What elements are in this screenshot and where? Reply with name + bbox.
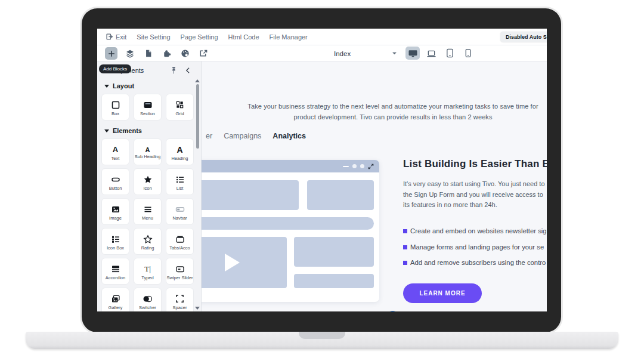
menu-page-setting[interactable]: Page Setting	[181, 33, 218, 41]
block-card-swiper-slider[interactable]: Swiper Slider	[166, 258, 194, 285]
caret-down-icon	[104, 85, 109, 88]
toolbar: Index	[97, 45, 547, 61]
tablet-preview-button[interactable]	[442, 47, 457, 60]
block-card-sub-heading[interactable]: A Sub Heading	[134, 138, 162, 165]
add-blocks-button[interactable]	[105, 47, 117, 60]
desktop-preview-button[interactable]	[405, 47, 420, 60]
theme-button[interactable]	[179, 47, 191, 60]
block-card-box[interactable]: Box	[101, 94, 129, 121]
menu-site-setting[interactable]: Site Setting	[137, 33, 170, 41]
tab-analytics[interactable]: Analytics	[273, 132, 306, 140]
wireframe-block	[307, 180, 374, 210]
block-card-tabs-acco[interactable]: Tabs/Acco	[166, 228, 194, 255]
block-card-typed[interactable]: T| Typed	[134, 258, 162, 285]
hero-line-2: product development. Tivo can provide re…	[238, 112, 547, 122]
block-card-rating[interactable]: Rating	[134, 228, 162, 255]
image-icon	[111, 204, 120, 215]
collapse-sidebar-icon[interactable]	[185, 67, 190, 74]
minimize-icon	[343, 166, 349, 167]
chevron-down-icon	[392, 51, 397, 55]
plus-icon	[107, 50, 116, 58]
tab-campaigns[interactable]: Campaigns	[224, 132, 261, 140]
icon-box-icon	[111, 234, 120, 245]
scrollbar-thumb[interactable]	[196, 84, 199, 149]
block-card-switcher[interactable]: Switcher	[134, 288, 162, 311]
block-card-accordion[interactable]: Accordion	[101, 258, 129, 285]
block-card-navbar[interactable]: Navbar	[166, 198, 194, 225]
block-card-icon[interactable]: Icon	[134, 168, 162, 195]
caret-down-icon	[104, 129, 109, 132]
tab-partial[interactable]: er	[206, 132, 212, 140]
block-card-grid[interactable]: Grid	[166, 94, 194, 121]
bullet-text: Add and remove subscribers using the con…	[410, 259, 546, 266]
menu-file-manager[interactable]: File Manager	[270, 33, 308, 41]
block-card-gallery[interactable]: Gallery	[101, 288, 129, 311]
list-icon	[175, 174, 185, 185]
sidebar-header: Components Add Blocks	[97, 61, 201, 79]
block-card-heading[interactable]: A Heading	[166, 138, 194, 165]
laptop-preview-button[interactable]	[424, 47, 438, 60]
learn-more-button[interactable]: LEARN MORE	[403, 283, 482, 303]
spacer-icon	[175, 294, 184, 304]
exit-button[interactable]: Exit	[106, 33, 126, 41]
heading-icon: A	[177, 144, 182, 155]
feature-paragraph: It's very easy to start using Tivo. You …	[403, 179, 545, 211]
plugins-button[interactable]	[160, 47, 173, 60]
scroll-up-icon[interactable]	[195, 79, 200, 82]
add-section-fab[interactable]: +	[387, 311, 398, 311]
layers-icon	[125, 49, 135, 58]
element-cards: A Text A Sub Heading A Heading Button	[97, 138, 201, 311]
publish-button[interactable]	[197, 47, 210, 60]
text-icon: A	[113, 144, 118, 155]
section-elements[interactable]: Elements	[104, 127, 201, 134]
layout-cards: Box Section Grid	[97, 94, 201, 121]
tabs-icon	[175, 234, 185, 245]
exit-icon	[106, 33, 113, 41]
grid-icon	[175, 100, 184, 110]
wireframe-bar	[186, 217, 374, 230]
wireframe-block	[186, 180, 299, 210]
page-dropdown[interactable]: Index	[330, 48, 401, 59]
navbar-icon	[175, 204, 185, 215]
phone-preview-button[interactable]	[461, 47, 475, 60]
section-layout[interactable]: Layout	[104, 82, 201, 90]
feature-tabs: er Campaigns Analytics	[206, 132, 306, 140]
page-dropdown-value: Index	[334, 50, 351, 57]
hero-paragraph: Take your business strategy to the next …	[238, 101, 547, 122]
block-card-list[interactable]: List	[166, 168, 194, 195]
wireframe-card	[181, 160, 379, 302]
sub-heading-icon: A	[145, 146, 150, 153]
expand-icon	[368, 163, 374, 169]
feature-heading: List Building Is Easier Than Ever	[403, 158, 547, 170]
page-background: Exit Site Setting Page Setting Html Code…	[0, 0, 644, 358]
block-card-button[interactable]: Button	[101, 168, 129, 195]
block-card-icon-box[interactable]: Icon Box	[101, 228, 129, 255]
section-icon	[143, 100, 153, 110]
paragraph-line: its features in no more than 24h.	[403, 200, 545, 211]
block-card-text[interactable]: A Text	[101, 138, 129, 165]
pages-button[interactable]	[142, 47, 154, 60]
laptop-icon	[426, 49, 436, 58]
section-label: Elements	[113, 127, 142, 134]
laptop-notch	[299, 332, 345, 339]
external-link-icon	[199, 49, 208, 58]
menu-html-code[interactable]: Html Code	[228, 33, 259, 41]
sidebar-scrollbar[interactable]	[195, 79, 200, 310]
block-card-section[interactable]: Section	[134, 94, 162, 121]
layers-button[interactable]	[123, 47, 136, 60]
section-label: Layout	[113, 82, 134, 90]
block-card-image[interactable]: Image	[101, 198, 129, 225]
typed-icon: T|	[144, 264, 151, 274]
block-card-menu[interactable]: Menu	[134, 198, 162, 225]
autosave-badge[interactable]: Disabled Auto Save	[500, 32, 547, 42]
scroll-down-icon[interactable]	[195, 307, 200, 310]
bullet-text: Manage forms and landing pages for your …	[410, 243, 544, 251]
blocks-sidebar: Components Add Blocks Layout	[97, 61, 202, 311]
pin-icon[interactable]	[170, 66, 178, 75]
toolbar-left-icons	[105, 47, 210, 60]
play-icon[interactable]	[225, 254, 240, 271]
menu-icon	[143, 204, 153, 215]
block-card-spacer[interactable]: Spacer	[166, 288, 194, 311]
desktop-icon	[408, 49, 418, 58]
switcher-icon	[143, 294, 153, 304]
